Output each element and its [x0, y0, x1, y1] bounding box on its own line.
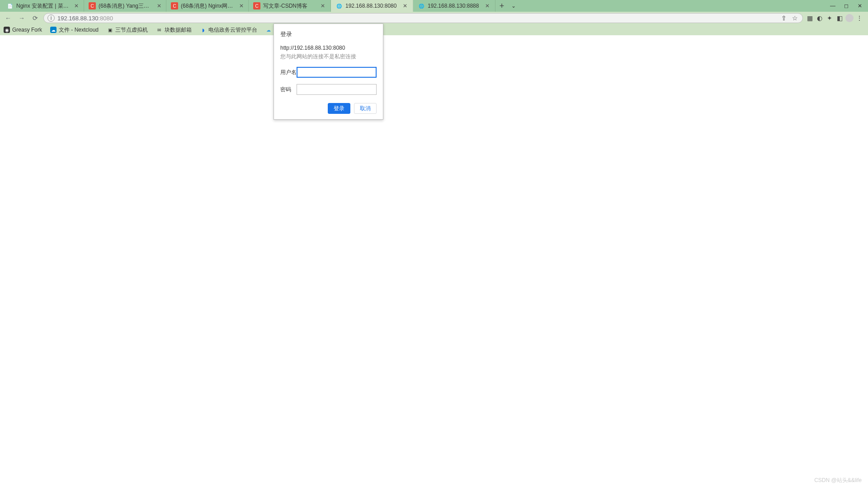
tab-3[interactable]: C 写文章-CSDN博客 ✕: [249, 0, 331, 12]
cancel-button[interactable]: 取消: [354, 103, 377, 114]
bookmark-label: 电信政务云管控平台: [208, 26, 257, 34]
close-icon[interactable]: ✕: [239, 3, 244, 9]
tab-title: 192.168.88.130:8080: [345, 3, 399, 9]
password-input[interactable]: [297, 84, 377, 95]
tab-title: Nginx 安装配置 | 菜鸟教程: [16, 2, 71, 10]
profile-avatar[interactable]: [845, 14, 854, 22]
bookmark-item[interactable]: ✉块数据邮箱: [156, 26, 192, 34]
url-text: 192.168.88.130:8080: [57, 15, 113, 22]
globe-icon: 🌐: [418, 2, 425, 9]
minimize-button[interactable]: —: [826, 1, 839, 10]
tab-title: 192.168.88.130:8888: [428, 3, 481, 9]
username-label: 用户名: [280, 69, 297, 76]
close-window-button[interactable]: ✕: [854, 1, 866, 10]
bookmark-item[interactable]: ◗电信政务云管控平台: [200, 26, 257, 34]
extensions-puzzle-icon[interactable]: ✦: [826, 14, 834, 22]
favicon-icon: 📄: [6, 2, 14, 9]
forward-button[interactable]: →: [16, 13, 27, 23]
share-icon[interactable]: ⇪: [780, 14, 788, 22]
auth-warning: 您与此网站的连接不是私密连接: [280, 53, 377, 61]
bookmark-icon: ☁: [265, 27, 272, 33]
bookmark-icon: ☁: [50, 27, 57, 33]
back-button[interactable]: ←: [3, 13, 14, 23]
bookmark-label: 块数据邮箱: [165, 26, 192, 34]
url-host: 192.168.88.130: [57, 15, 98, 22]
bookmark-item[interactable]: ▣三节点虚拟机: [107, 26, 148, 34]
close-icon[interactable]: ✕: [402, 3, 408, 9]
tab-list-button[interactable]: ⌄: [508, 3, 519, 9]
maximize-button[interactable]: ◻: [840, 1, 853, 10]
close-icon[interactable]: ✕: [484, 3, 491, 9]
bookmark-item[interactable]: ◉Greasy Fork: [4, 27, 42, 33]
close-icon[interactable]: ✕: [157, 3, 161, 9]
new-tab-button[interactable]: +: [495, 0, 508, 12]
page-content: [0, 35, 868, 487]
bookmark-item[interactable]: ☁文件 - Nextcloud: [50, 26, 99, 34]
favicon-icon: C: [89, 2, 96, 9]
extension-icon[interactable]: ▦: [806, 14, 814, 22]
watermark: CSDN @站头&&life: [814, 477, 862, 484]
extension-icon[interactable]: ◐: [816, 14, 824, 22]
bookmark-icon: ✉: [156, 27, 162, 33]
tab-1[interactable]: C (68条消息) Yang三少喜欢撸铁的… ✕: [84, 0, 166, 12]
side-panel-icon[interactable]: ◧: [835, 14, 844, 22]
tab-title: (68条消息) Yang三少喜欢撸铁的…: [99, 2, 154, 10]
browser-toolbar: ← → ⟳ i 192.168.88.130:8080 ⇪ ☆ ▦ ◐ ✦ ◧ …: [0, 12, 868, 24]
bookmark-icon: ◉: [4, 27, 10, 33]
favicon-icon: C: [171, 2, 178, 9]
bookmark-label: 文件 - Nextcloud: [59, 26, 99, 34]
auth-dialog: 登录 http://192.168.88.130:8080 您与此网站的连接不是…: [274, 23, 383, 120]
reload-button[interactable]: ⟳: [30, 13, 41, 23]
auth-title: 登录: [280, 30, 377, 38]
close-icon[interactable]: ✕: [74, 3, 79, 9]
globe-icon: 🌐: [335, 2, 343, 9]
bookmark-bar: ◉Greasy Fork ☁文件 - Nextcloud ▣三节点虚拟机 ✉块数…: [0, 24, 868, 35]
tab-title: 写文章-CSDN博客: [263, 2, 317, 10]
username-input[interactable]: [297, 67, 377, 78]
menu-icon[interactable]: ⋮: [855, 14, 863, 22]
tab-2[interactable]: C (68条消息) Nginx网站服务配置… ✕: [166, 0, 249, 12]
close-icon[interactable]: ✕: [320, 3, 326, 9]
tab-strip: 📄 Nginx 安装配置 | 菜鸟教程 ✕ C (68条消息) Yang三少喜欢…: [2, 0, 508, 12]
tab-5[interactable]: 🌐 192.168.88.130:8888 ✕: [413, 0, 495, 12]
address-bar[interactable]: i 192.168.88.130:8080 ⇪ ☆: [43, 13, 803, 23]
bookmark-star-icon[interactable]: ☆: [791, 14, 799, 22]
favicon-icon: C: [253, 2, 260, 9]
url-port: :8080: [98, 15, 113, 22]
auth-url: http://192.168.88.130:8080: [280, 45, 377, 51]
bookmark-icon: ◗: [200, 27, 206, 33]
window-controls: — ◻ ✕: [826, 1, 866, 10]
site-info-icon[interactable]: i: [47, 14, 55, 22]
login-button[interactable]: 登录: [328, 103, 350, 114]
bookmark-icon: ▣: [107, 27, 113, 33]
bookmark-label: 三节点虚拟机: [115, 26, 148, 34]
tab-4[interactable]: 🌐 192.168.88.130:8080 ✕: [331, 0, 413, 12]
tab-0[interactable]: 📄 Nginx 安装配置 | 菜鸟教程 ✕: [2, 0, 84, 12]
titlebar: 📄 Nginx 安装配置 | 菜鸟教程 ✕ C (68条消息) Yang三少喜欢…: [0, 0, 868, 12]
password-label: 密码: [280, 86, 297, 94]
tab-title: (68条消息) Nginx网站服务配置…: [181, 2, 236, 10]
bookmark-label: Greasy Fork: [12, 27, 42, 33]
